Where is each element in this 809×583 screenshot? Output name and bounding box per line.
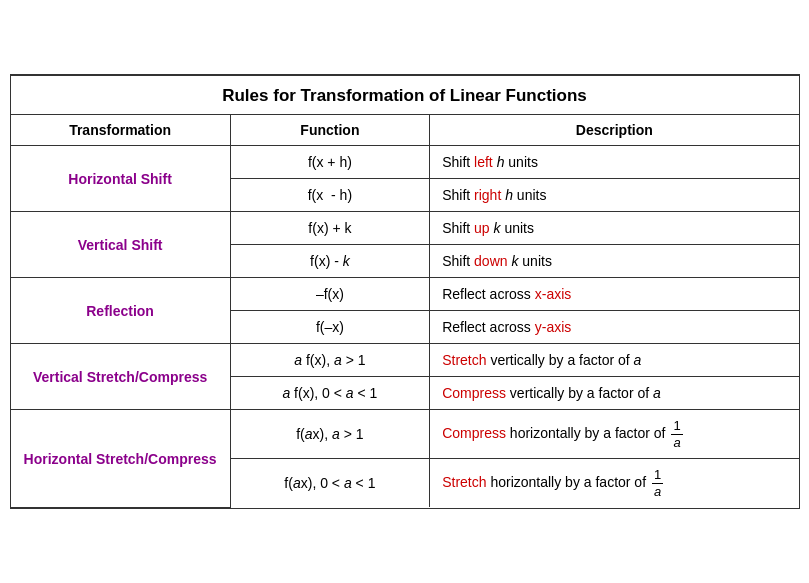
- table-row: Horizontal Stretch/Compress f(ax), a > 1…: [11, 410, 799, 459]
- function-cell: –f(x): [230, 278, 429, 311]
- transform-vertical-stretch: Vertical Stretch/Compress: [11, 344, 231, 410]
- description-cell: Shift down k units: [430, 245, 799, 278]
- function-cell: f(ax), a > 1: [230, 410, 429, 459]
- fraction-denominator: a: [652, 484, 663, 500]
- fraction-numerator: 1: [652, 467, 663, 484]
- main-table-wrapper: Rules for Transformation of Linear Funct…: [10, 74, 800, 509]
- title-row: Rules for Transformation of Linear Funct…: [11, 76, 799, 115]
- transformation-table: Rules for Transformation of Linear Funct…: [11, 75, 799, 508]
- transform-horizontal-stretch: Horizontal Stretch/Compress: [11, 410, 231, 508]
- description-cell: Shift up k units: [430, 212, 799, 245]
- var-a: a: [293, 475, 301, 491]
- function-cell: a f(x), a > 1: [230, 344, 429, 377]
- keyword-compress-h: Compress: [442, 425, 506, 441]
- function-cell: a f(x), 0 < a < 1: [230, 377, 429, 410]
- var-a: a: [305, 426, 313, 442]
- keyword-stretch-h: Stretch: [442, 474, 486, 490]
- description-cell: Reflect across y-axis: [430, 311, 799, 344]
- description-cell: Compress horizontally by a factor of 1 a: [430, 410, 799, 459]
- var-a2: a: [346, 385, 354, 401]
- function-cell: f(x) - k: [230, 245, 429, 278]
- description-cell: Shift left h units: [430, 146, 799, 179]
- function-cell: f(x - h): [230, 179, 429, 212]
- var-a: a: [294, 352, 302, 368]
- transform-vertical-shift: Vertical Shift: [11, 212, 231, 278]
- function-cell: f(x) + k: [230, 212, 429, 245]
- function-cell: f(x + h): [230, 146, 429, 179]
- description-cell: Stretch horizontally by a factor of 1 a: [430, 459, 799, 508]
- var-a2: a: [344, 475, 352, 491]
- table-row: Vertical Shift f(x) + k Shift up k units: [11, 212, 799, 245]
- description-cell: Compress vertically by a factor of a: [430, 377, 799, 410]
- keyword-x-axis: x-axis: [535, 286, 572, 302]
- table-row: Reflection –f(x) Reflect across x-axis: [11, 278, 799, 311]
- transform-reflection: Reflection: [11, 278, 231, 344]
- variable-a: a: [653, 385, 661, 401]
- fraction-1-a: 1 a: [671, 418, 682, 450]
- variable-h: h: [497, 154, 505, 170]
- keyword-up: up: [474, 220, 490, 236]
- fraction-denominator: a: [671, 435, 682, 451]
- var-a2: a: [332, 426, 340, 442]
- description-cell: Shift right h units: [430, 179, 799, 212]
- var-a: a: [282, 385, 290, 401]
- header-function: Function: [230, 115, 429, 146]
- keyword-y-axis: y-axis: [535, 319, 572, 335]
- header-description: Description: [430, 115, 799, 146]
- table-row: Vertical Stretch/Compress a f(x), a > 1 …: [11, 344, 799, 377]
- keyword-right: right: [474, 187, 501, 203]
- variable-k: k: [511, 253, 518, 269]
- var-a2: a: [334, 352, 342, 368]
- variable-a: a: [634, 352, 642, 368]
- header-row: Transformation Function Description: [11, 115, 799, 146]
- transform-horizontal-shift: Horizontal Shift: [11, 146, 231, 212]
- table-title: Rules for Transformation of Linear Funct…: [11, 76, 799, 115]
- header-transformation: Transformation: [11, 115, 231, 146]
- fraction-numerator: 1: [671, 418, 682, 435]
- description-cell: Stretch vertically by a factor of a: [430, 344, 799, 377]
- variable-k-italic: k: [343, 253, 350, 269]
- fraction-1-a-2: 1 a: [652, 467, 663, 499]
- function-cell: f(ax), 0 < a < 1: [230, 459, 429, 508]
- keyword-left: left: [474, 154, 493, 170]
- keyword-stretch: Stretch: [442, 352, 486, 368]
- keyword-compress: Compress: [442, 385, 506, 401]
- keyword-down: down: [474, 253, 507, 269]
- table-row: Horizontal Shift f(x + h) Shift left h u…: [11, 146, 799, 179]
- function-cell: f(–x): [230, 311, 429, 344]
- variable-h: h: [505, 187, 513, 203]
- variable-k: k: [494, 220, 501, 236]
- description-cell: Reflect across x-axis: [430, 278, 799, 311]
